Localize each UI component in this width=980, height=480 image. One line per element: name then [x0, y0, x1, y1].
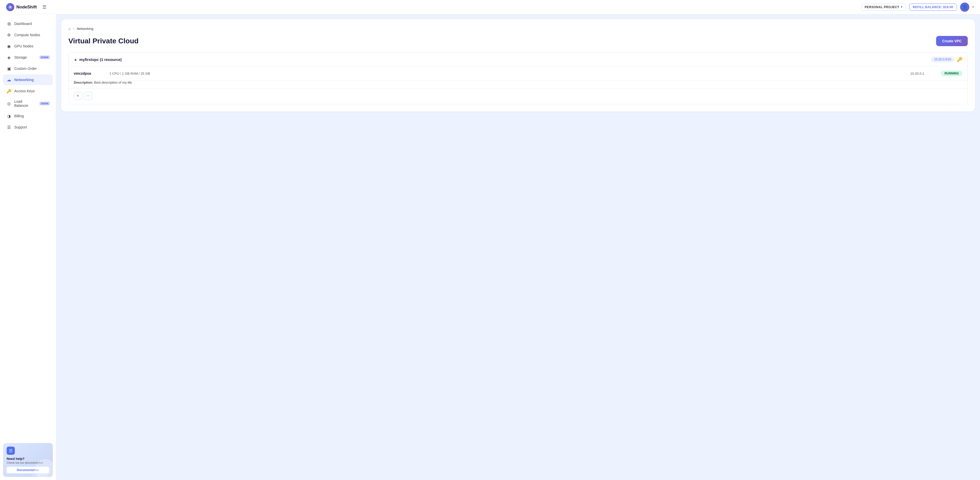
page-title: Virtual Private Cloud — [68, 37, 138, 45]
sidebar-label-storage: Storage — [14, 55, 37, 59]
vm-desc-label: Description: — [74, 81, 94, 84]
logo-icon — [6, 3, 14, 11]
user-chevron-icon: ▾ — [972, 5, 974, 9]
user-icon: 👤 — [962, 4, 967, 10]
project-chevron-icon: ▾ — [901, 5, 903, 9]
project-label: PERSONAL PROJECT — [865, 5, 899, 9]
storage-soon-badge: SOON — [40, 55, 50, 59]
sidebar-item-custom-order[interactable]: ▣ Custom Order — [3, 63, 53, 74]
vm-desc-value: Best description of my life — [94, 81, 132, 84]
sidebar-item-gpu-nodes[interactable]: ◉ GPU Nodes — [3, 41, 53, 51]
sidebar-item-networking[interactable]: ☁ Networking — [3, 74, 53, 85]
gpu-nodes-icon: ◉ — [6, 43, 12, 49]
vpc-key-icon[interactable]: 🔑 — [957, 57, 963, 62]
help-card-icon: ☰ — [6, 447, 15, 455]
vm-row: vmczdpxa 1 CPU / 1 GB RAM / 25 GB 10.20.… — [68, 67, 967, 80]
sidebar-item-dashboard[interactable]: ⊞ Dashboard — [3, 18, 53, 29]
sidebar-label-support: Support — [14, 125, 50, 129]
content-card: ⌂ > Networking Virtual Private Cloud Cre… — [61, 19, 975, 111]
sidebar-item-access-keys[interactable]: 🔑 Access Keys — [3, 86, 53, 97]
support-icon: ☰ — [6, 124, 12, 130]
storage-icon: ◈ — [6, 55, 12, 60]
page-header: Virtual Private Cloud Create VPC — [68, 36, 968, 46]
logo: NodeShift — [6, 3, 37, 11]
custom-order-icon: ▣ — [6, 66, 12, 71]
topnav: NodeShift ☰ PERSONAL PROJECT ▾ REFILL BA… — [0, 0, 980, 14]
vm-more-button[interactable]: ··· — [84, 92, 92, 100]
main-content: ⌂ > Networking Virtual Private Cloud Cre… — [56, 14, 980, 480]
load-balancer-icon: ◎ — [6, 101, 12, 106]
sidebar-label-billing: Billing — [14, 114, 50, 118]
sidebar-label-networking: Networking — [14, 78, 50, 82]
vpc-header-right: 10.20.0.0/16 🔑 — [931, 57, 963, 62]
sidebar: ⊞ Dashboard ⚙ Compute Nodes ◉ GPU Nodes … — [0, 14, 56, 480]
sidebar-label-access-keys: Access Keys — [14, 89, 50, 93]
sidebar-label-compute-nodes: Compute Nodes — [14, 33, 50, 37]
hamburger-button[interactable]: ☰ — [41, 3, 48, 11]
sidebar-item-load-balancer[interactable]: ◎ Load Balancer SOON — [3, 97, 53, 110]
breadcrumb-current: Networking — [77, 27, 94, 30]
vpc-header-left: ▲ myfirstvpc (1 resource) — [74, 57, 122, 62]
topnav-right: PERSONAL PROJECT ▾ REFILL BALANCE: $19.0… — [861, 3, 974, 12]
sidebar-nav: ⊞ Dashboard ⚙ Compute Nodes ◉ GPU Nodes … — [0, 18, 56, 440]
user-avatar-button[interactable]: 👤 — [960, 3, 969, 12]
topnav-left: NodeShift ☰ — [6, 3, 48, 11]
sidebar-item-billing[interactable]: ◑ Billing — [3, 111, 53, 121]
networking-icon: ☁ — [6, 77, 12, 82]
vm-description-row: Description: Best description of my life — [68, 81, 967, 89]
vpc-header[interactable]: ▲ myfirstvpc (1 resource) 10.20.0.0/16 🔑 — [68, 52, 967, 66]
create-vpc-button[interactable]: Create VPC — [936, 36, 968, 46]
sidebar-help-card: ☰ Need help? Check out our documentation… — [3, 443, 53, 477]
vm-add-button[interactable]: + — [74, 92, 82, 100]
vm-name: vmczdpxa — [74, 71, 104, 76]
vpc-name: myfirstvpc (1 resource) — [80, 57, 122, 62]
breadcrumb: ⌂ > Networking — [68, 27, 968, 31]
vpc-expand-icon: ▲ — [74, 57, 77, 62]
sidebar-item-support[interactable]: ☰ Support — [3, 122, 53, 133]
vm-status-badge: RUNNING — [941, 71, 963, 76]
compute-nodes-icon: ⚙ — [6, 32, 12, 38]
dashboard-icon: ⊞ — [6, 21, 12, 27]
vpc-cidr-badge: 10.20.0.0/16 — [931, 57, 954, 62]
refill-balance-button[interactable]: REFILL BALANCE: $19.00 — [909, 3, 957, 11]
sidebar-label-dashboard: Dashboard — [14, 22, 50, 26]
vpc-card: ▲ myfirstvpc (1 resource) 10.20.0.0/16 🔑 — [68, 52, 968, 104]
sidebar-label-gpu-nodes: GPU Nodes — [14, 44, 50, 48]
home-icon[interactable]: ⌂ — [68, 27, 71, 31]
sidebar-label-load-balancer: Load Balancer — [14, 100, 37, 108]
project-selector[interactable]: PERSONAL PROJECT ▾ — [861, 3, 906, 11]
vm-ip: 10.20.0.1 — [910, 71, 936, 76]
load-balancer-soon-badge: SOON — [40, 102, 50, 105]
breadcrumb-separator: > — [73, 27, 75, 30]
sidebar-item-compute-nodes[interactable]: ⚙ Compute Nodes — [3, 30, 53, 40]
vm-specs: 1 CPU / 1 GB RAM / 25 GB — [110, 71, 905, 76]
layout: ⊞ Dashboard ⚙ Compute Nodes ◉ GPU Nodes … — [0, 14, 980, 480]
access-keys-icon: 🔑 — [6, 88, 12, 94]
billing-icon: ◑ — [6, 113, 12, 119]
app-name: NodeShift — [16, 5, 37, 10]
sidebar-item-storage[interactable]: ◈ Storage SOON — [3, 52, 53, 63]
vm-actions: + ··· — [68, 89, 967, 104]
sidebar-label-custom-order: Custom Order — [14, 67, 50, 71]
